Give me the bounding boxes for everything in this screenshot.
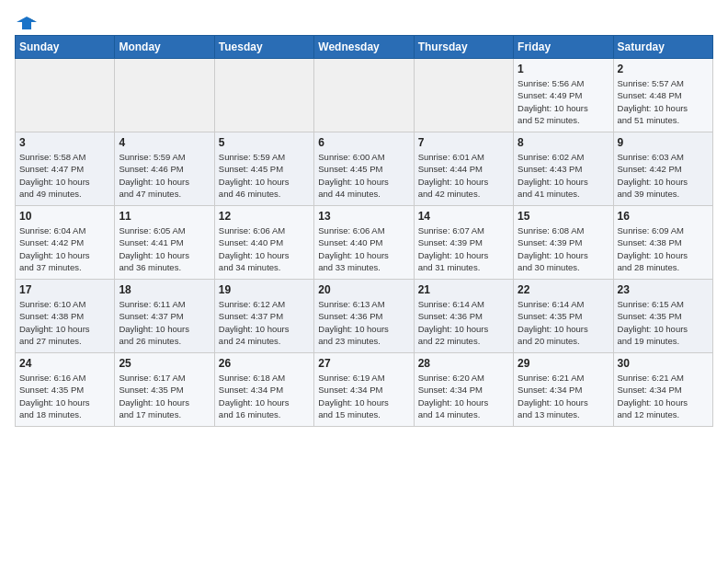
- logo-bird-icon: [17, 15, 37, 31]
- day-cell-2: [214, 59, 313, 132]
- day-cell-5: 1Sunrise: 5:56 AM Sunset: 4:49 PM Daylig…: [514, 59, 613, 132]
- day-number: 2: [618, 63, 709, 75]
- weekday-header-tuesday: Tuesday: [214, 36, 313, 59]
- day-cell-33: 29Sunrise: 6:21 AM Sunset: 4:34 PM Dayli…: [514, 353, 613, 427]
- day-info: Sunrise: 6:07 AM Sunset: 4:39 PM Dayligh…: [418, 224, 509, 273]
- day-info: Sunrise: 6:19 AM Sunset: 4:34 PM Dayligh…: [318, 372, 409, 420]
- day-info: Sunrise: 6:21 AM Sunset: 4:34 PM Dayligh…: [518, 372, 609, 420]
- day-number: 17: [19, 283, 110, 296]
- day-cell-7: 3Sunrise: 5:58 AM Sunset: 4:47 PM Daylig…: [16, 132, 115, 206]
- day-info: Sunrise: 6:04 AM Sunset: 4:42 PM Dayligh…: [19, 224, 110, 273]
- day-number: 24: [19, 357, 110, 370]
- week-row-5: 24Sunrise: 6:16 AM Sunset: 4:35 PM Dayli…: [16, 353, 713, 427]
- day-number: 16: [618, 210, 709, 223]
- weekday-header-friday: Friday: [514, 36, 613, 59]
- logo: [15, 15, 37, 28]
- day-info: Sunrise: 6:15 AM Sunset: 4:35 PM Dayligh…: [618, 298, 709, 347]
- day-cell-18: 14Sunrise: 6:07 AM Sunset: 4:39 PM Dayli…: [414, 206, 513, 280]
- day-cell-21: 17Sunrise: 6:10 AM Sunset: 4:38 PM Dayli…: [16, 280, 115, 353]
- day-info: Sunrise: 6:02 AM Sunset: 4:43 PM Dayligh…: [518, 151, 609, 200]
- day-cell-34: 30Sunrise: 6:21 AM Sunset: 4:34 PM Dayli…: [613, 353, 712, 427]
- day-cell-29: 25Sunrise: 6:17 AM Sunset: 4:35 PM Dayli…: [115, 353, 214, 427]
- day-number: 23: [618, 283, 709, 296]
- day-number: 18: [119, 283, 210, 296]
- day-info: Sunrise: 6:12 AM Sunset: 4:37 PM Dayligh…: [219, 298, 310, 347]
- day-cell-30: 26Sunrise: 6:18 AM Sunset: 4:34 PM Dayli…: [214, 353, 313, 427]
- day-info: Sunrise: 6:20 AM Sunset: 4:34 PM Dayligh…: [418, 372, 509, 420]
- day-info: Sunrise: 5:56 AM Sunset: 4:49 PM Dayligh…: [518, 77, 609, 126]
- day-cell-25: 21Sunrise: 6:14 AM Sunset: 4:36 PM Dayli…: [414, 280, 513, 353]
- week-row-3: 10Sunrise: 6:04 AM Sunset: 4:42 PM Dayli…: [16, 206, 713, 280]
- day-cell-22: 18Sunrise: 6:11 AM Sunset: 4:37 PM Dayli…: [115, 280, 214, 353]
- day-cell-20: 16Sunrise: 6:09 AM Sunset: 4:38 PM Dayli…: [613, 206, 712, 280]
- day-cell-13: 9Sunrise: 6:03 AM Sunset: 4:42 PM Daylig…: [613, 132, 712, 206]
- day-number: 9: [618, 136, 709, 149]
- day-number: 8: [518, 136, 609, 149]
- day-info: Sunrise: 6:00 AM Sunset: 4:45 PM Dayligh…: [318, 151, 409, 200]
- day-cell-23: 19Sunrise: 6:12 AM Sunset: 4:37 PM Dayli…: [214, 280, 313, 353]
- day-cell-17: 13Sunrise: 6:06 AM Sunset: 4:40 PM Dayli…: [314, 206, 414, 280]
- day-cell-16: 12Sunrise: 6:06 AM Sunset: 4:40 PM Dayli…: [214, 206, 313, 280]
- day-number: 15: [518, 210, 609, 223]
- day-info: Sunrise: 6:11 AM Sunset: 4:37 PM Dayligh…: [119, 298, 210, 347]
- day-info: Sunrise: 6:21 AM Sunset: 4:34 PM Dayligh…: [618, 372, 709, 420]
- day-cell-32: 28Sunrise: 6:20 AM Sunset: 4:34 PM Dayli…: [414, 353, 513, 427]
- day-cell-1: [115, 59, 214, 132]
- day-number: 29: [518, 357, 609, 370]
- day-cell-27: 23Sunrise: 6:15 AM Sunset: 4:35 PM Dayli…: [613, 280, 712, 353]
- day-cell-0: [16, 59, 115, 132]
- day-cell-28: 24Sunrise: 6:16 AM Sunset: 4:35 PM Dayli…: [16, 353, 115, 427]
- weekday-header-thursday: Thursday: [414, 36, 513, 59]
- day-number: 25: [119, 357, 210, 370]
- day-cell-9: 5Sunrise: 5:59 AM Sunset: 4:45 PM Daylig…: [214, 132, 313, 206]
- day-cell-14: 10Sunrise: 6:04 AM Sunset: 4:42 PM Dayli…: [16, 206, 115, 280]
- day-info: Sunrise: 6:08 AM Sunset: 4:39 PM Dayligh…: [518, 224, 609, 273]
- day-cell-4: [414, 59, 513, 132]
- day-info: Sunrise: 6:18 AM Sunset: 4:34 PM Dayligh…: [219, 372, 310, 420]
- day-info: Sunrise: 5:59 AM Sunset: 4:45 PM Dayligh…: [219, 151, 310, 200]
- day-cell-6: 2Sunrise: 5:57 AM Sunset: 4:48 PM Daylig…: [613, 59, 712, 132]
- day-number: 19: [219, 283, 310, 296]
- day-cell-12: 8Sunrise: 6:02 AM Sunset: 4:43 PM Daylig…: [514, 132, 613, 206]
- day-number: 27: [318, 357, 409, 370]
- day-info: Sunrise: 6:14 AM Sunset: 4:36 PM Dayligh…: [418, 298, 509, 347]
- weekday-header-row: SundayMondayTuesdayWednesdayThursdayFrid…: [16, 36, 713, 59]
- weekday-header-wednesday: Wednesday: [314, 36, 414, 59]
- day-info: Sunrise: 5:59 AM Sunset: 4:46 PM Dayligh…: [119, 151, 210, 200]
- day-cell-3: [314, 59, 414, 132]
- day-cell-15: 11Sunrise: 6:05 AM Sunset: 4:41 PM Dayli…: [115, 206, 214, 280]
- week-row-4: 17Sunrise: 6:10 AM Sunset: 4:38 PM Dayli…: [16, 280, 713, 353]
- day-number: 12: [219, 210, 310, 223]
- day-info: Sunrise: 6:06 AM Sunset: 4:40 PM Dayligh…: [219, 224, 310, 273]
- day-number: 6: [318, 136, 409, 149]
- day-number: 22: [518, 283, 609, 296]
- day-cell-26: 22Sunrise: 6:14 AM Sunset: 4:35 PM Dayli…: [514, 280, 613, 353]
- day-info: Sunrise: 5:57 AM Sunset: 4:48 PM Dayligh…: [618, 77, 709, 126]
- day-number: 10: [19, 210, 110, 223]
- day-info: Sunrise: 6:17 AM Sunset: 4:35 PM Dayligh…: [119, 372, 210, 420]
- day-cell-31: 27Sunrise: 6:19 AM Sunset: 4:34 PM Dayli…: [314, 353, 414, 427]
- day-info: Sunrise: 6:14 AM Sunset: 4:35 PM Dayligh…: [518, 298, 609, 347]
- day-cell-8: 4Sunrise: 5:59 AM Sunset: 4:46 PM Daylig…: [115, 132, 214, 206]
- day-cell-24: 20Sunrise: 6:13 AM Sunset: 4:36 PM Dayli…: [314, 280, 414, 353]
- day-number: 20: [318, 283, 409, 296]
- calendar-table: SundayMondayTuesdayWednesdayThursdayFrid…: [15, 35, 713, 427]
- weekday-header-monday: Monday: [115, 36, 214, 59]
- day-number: 5: [219, 136, 310, 149]
- weekday-header-sunday: Sunday: [16, 36, 115, 59]
- day-number: 1: [518, 63, 609, 75]
- day-info: Sunrise: 6:03 AM Sunset: 4:42 PM Dayligh…: [618, 151, 709, 200]
- week-row-1: 1Sunrise: 5:56 AM Sunset: 4:49 PM Daylig…: [16, 59, 713, 132]
- svg-marker-0: [17, 17, 37, 29]
- day-number: 11: [119, 210, 210, 223]
- day-number: 7: [418, 136, 509, 149]
- day-number: 4: [119, 136, 210, 149]
- day-cell-10: 6Sunrise: 6:00 AM Sunset: 4:45 PM Daylig…: [314, 132, 414, 206]
- page-header: [15, 15, 713, 28]
- week-row-2: 3Sunrise: 5:58 AM Sunset: 4:47 PM Daylig…: [16, 132, 713, 206]
- day-info: Sunrise: 6:05 AM Sunset: 4:41 PM Dayligh…: [119, 224, 210, 273]
- day-info: Sunrise: 6:01 AM Sunset: 4:44 PM Dayligh…: [418, 151, 509, 200]
- day-number: 14: [418, 210, 509, 223]
- day-info: Sunrise: 6:16 AM Sunset: 4:35 PM Dayligh…: [19, 372, 110, 420]
- day-number: 28: [418, 357, 509, 370]
